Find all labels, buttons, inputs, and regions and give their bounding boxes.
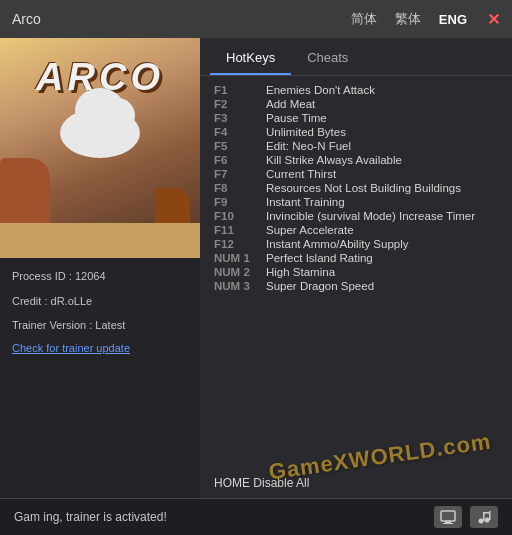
cheat-desc: Unlimited Bytes [266,126,346,138]
svg-rect-7 [483,512,490,514]
ground-decoration [0,223,200,258]
cheat-key: F1 [214,84,266,96]
trainer-version-row: Trainer Version : Latest [12,317,188,334]
tab-hotkeys[interactable]: HotKeys [210,42,291,75]
lang-simple-btn[interactable]: 简体 [347,8,381,30]
cheat-item: F7Current Thirst [214,168,498,180]
info-panel: Process ID : 12064 Credit : dR.oLLe Trai… [0,258,200,498]
game-cover: ARCO [0,38,200,258]
cloud-decoration [60,108,140,158]
cheat-item: NUM 2High Stamina [214,266,498,278]
language-bar: 简体 繁体 ENG ✕ [347,8,500,30]
lang-eng-btn[interactable]: ENG [435,10,471,29]
credit-row: Credit : dR.oLLe [12,293,188,310]
monitor-icon [440,509,456,525]
cheat-item: F8Resources Not Lost Building Buildings [214,182,498,194]
cheat-key: F7 [214,168,266,180]
cheat-item: F5Edit: Neo-N Fuel [214,140,498,152]
cheat-desc: Enemies Don't Attack [266,84,375,96]
cheat-item: F2Add Meat [214,98,498,110]
tab-cheats[interactable]: Cheats [291,42,364,75]
process-id-label: Process ID : 12064 [12,270,106,282]
left-panel: ARCO Process ID : 12064 Credit : dR.oLLe… [0,38,200,498]
cheat-key: NUM 3 [214,280,266,292]
cheat-item: F9Instant Training [214,196,498,208]
cheat-key: F12 [214,238,266,250]
cheat-item: F3Pause Time [214,112,498,124]
cheat-desc: Instant Ammo/Ability Supply [266,238,409,250]
cheat-item: NUM 1Perfect Island Rating [214,252,498,264]
cheat-item: F11Super Accelerate [214,224,498,236]
cheat-item: F4Unlimited Bytes [214,126,498,138]
cheat-desc: Kill Strike Always Available [266,154,402,166]
cheat-desc: Super Accelerate [266,224,354,236]
cheat-desc: Current Thirst [266,168,336,180]
cheat-key: F3 [214,112,266,124]
cheat-key: F2 [214,98,266,110]
close-button[interactable]: ✕ [487,10,500,29]
svg-point-4 [485,518,490,523]
credit-value: dR.oLLe [51,295,93,307]
music-icon [476,509,492,525]
title-bar: Arco 简体 繁体 ENG ✕ [0,0,512,38]
cheat-key: F5 [214,140,266,152]
cheat-key: F6 [214,154,266,166]
cheat-item: F10Invincible (survival Mode) Increase T… [214,210,498,222]
svg-rect-0 [441,511,455,521]
cheats-list: F1Enemies Don't AttackF2Add MeatF3Pause … [200,76,512,470]
main-content: ARCO Process ID : 12064 Credit : dR.oLLe… [0,38,512,498]
cheat-item: F6Kill Strike Always Available [214,154,498,166]
cheat-item: NUM 3Super Dragon Speed [214,280,498,292]
trainer-update-link[interactable]: Check for trainer update [12,342,188,354]
cheat-item: F12Instant Ammo/Ability Supply [214,238,498,250]
cheat-desc: High Stamina [266,266,335,278]
cheat-desc: Perfect Island Rating [266,252,373,264]
cheat-item: F1Enemies Don't Attack [214,84,498,96]
tab-bar: HotKeys Cheats [200,42,512,76]
cheat-key: F9 [214,196,266,208]
cheat-desc: Edit: Neo-N Fuel [266,140,351,152]
cheat-desc: Instant Training [266,196,345,208]
home-disable-label: HOME Disable All [200,470,512,498]
cheat-key: F8 [214,182,266,194]
cheat-key: F4 [214,126,266,138]
music-icon-btn[interactable] [470,506,498,528]
cheat-desc: Resources Not Lost Building Buildings [266,182,461,194]
cheat-key: NUM 1 [214,252,266,264]
trainer-version-label: Trainer Version : Latest [12,319,125,331]
right-panel: HotKeys Cheats F1Enemies Don't AttackF2A… [200,38,512,498]
svg-point-3 [479,519,484,524]
process-id-row: Process ID : 12064 [12,268,188,285]
credit-label: Credit : [12,295,47,307]
svg-rect-2 [443,523,453,524]
cheat-desc: Invincible (survival Mode) Increase Time… [266,210,475,222]
cheat-desc: Add Meat [266,98,315,110]
bottom-bar: Gam ing, trainer is activated! [0,498,512,535]
cheat-desc: Super Dragon Speed [266,280,374,292]
monitor-icon-btn[interactable] [434,506,462,528]
svg-rect-1 [445,521,451,523]
status-text: Gam ing, trainer is activated! [14,510,426,524]
cheat-key: NUM 2 [214,266,266,278]
cheat-key: F11 [214,224,266,236]
cheat-desc: Pause Time [266,112,327,124]
cheat-key: F10 [214,210,266,222]
app-title: Arco [12,11,347,27]
lang-traditional-btn[interactable]: 繁体 [391,8,425,30]
